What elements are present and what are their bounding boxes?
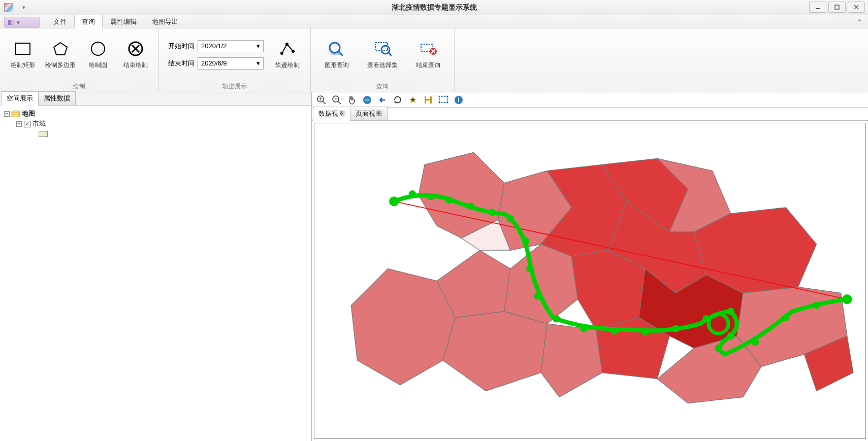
- zoom-out-button[interactable]: [331, 94, 342, 106]
- svg-point-54: [507, 215, 514, 222]
- svg-point-68: [782, 314, 789, 321]
- tab-map-export[interactable]: 地图导出: [144, 15, 186, 28]
- right-pane: + i 数据视图 页面视图: [312, 92, 868, 441]
- end-draw-label: 结束绘制: [123, 61, 148, 70]
- full-extent-button[interactable]: [362, 94, 373, 106]
- checkbox-checked-icon[interactable]: ✓: [24, 121, 30, 127]
- start-time-label: 开始时间: [168, 42, 195, 51]
- tab-data-view[interactable]: 数据视图: [313, 107, 350, 121]
- svg-point-53: [488, 209, 495, 216]
- tab-file[interactable]: 文件: [46, 15, 74, 28]
- svg-point-64: [727, 308, 734, 315]
- stop-icon: [126, 40, 145, 58]
- layers-icon: [12, 111, 20, 117]
- client-area: 空间展示 属性数据 − 地图 − ✓ 市域: [0, 92, 868, 441]
- pan-button[interactable]: [346, 94, 358, 106]
- ribbon-group-draw: 绘制矩形 绘制多边形 绘制圆 结束绘制 绘制: [0, 28, 159, 92]
- start-time-dropdown[interactable]: 2020/1/2 ▾: [198, 40, 264, 52]
- svg-point-67: [752, 338, 759, 346]
- svg-point-60: [610, 327, 618, 334]
- svg-point-52: [467, 202, 474, 210]
- tree-root-row[interactable]: − 地图: [4, 109, 307, 119]
- tree-swatch-row: [4, 129, 307, 139]
- end-query-button[interactable]: 结束查询: [406, 31, 450, 78]
- chevron-down-icon: ▾: [256, 42, 260, 50]
- magnifier-selection-icon: [373, 40, 392, 58]
- tab-page-view[interactable]: 页面视图: [350, 107, 388, 121]
- expand-icon[interactable]: −: [4, 111, 10, 117]
- tab-spatial-display[interactable]: 空间展示: [1, 91, 39, 106]
- app-icon: [4, 3, 13, 12]
- track-draw-button[interactable]: 轨迹绘制: [269, 31, 306, 78]
- prev-extent-button[interactable]: [377, 94, 388, 106]
- tab-attr-edit[interactable]: 属性编辑: [103, 15, 144, 28]
- chevron-down-icon: ▾: [17, 19, 20, 26]
- draw-polygon-label: 绘制多边形: [45, 61, 76, 70]
- svg-rect-7: [16, 43, 30, 54]
- identify-button[interactable]: i: [453, 94, 464, 106]
- svg-line-21: [389, 53, 392, 56]
- svg-point-66: [715, 345, 722, 352]
- svg-point-69: [813, 301, 820, 309]
- left-tab-strip: 空间展示 属性数据: [0, 92, 311, 106]
- svg-marker-8: [54, 43, 67, 55]
- svg-rect-1: [835, 5, 839, 9]
- graphic-query-button[interactable]: 图形查询: [315, 31, 359, 78]
- track-draw-label: 轨迹绘制: [275, 61, 300, 70]
- svg-point-49: [409, 190, 416, 197]
- tab-query[interactable]: 查询: [74, 15, 103, 28]
- draw-circle-button[interactable]: 绘制圆: [79, 31, 117, 78]
- svg-point-42: [447, 95, 448, 97]
- draw-polygon-button[interactable]: 绘制多边形: [42, 31, 79, 78]
- rectangle-icon: [14, 40, 32, 58]
- svg-point-59: [580, 325, 587, 332]
- ribbon-group-track: 开始时间 2020/1/2 ▾ 结束时间 2020/6/9 ▾ 轨迹绘制: [159, 28, 311, 92]
- qat-dropdown-icon[interactable]: ▾: [22, 4, 25, 11]
- ribbon: 绘制矩形 绘制多边形 绘制圆 结束绘制 绘制 开始时间: [0, 28, 868, 92]
- maximize-button[interactable]: [828, 2, 846, 13]
- end-time-value: 2020/6/9: [201, 59, 227, 67]
- map-canvas[interactable]: [314, 123, 866, 439]
- add-button[interactable]: +: [407, 94, 419, 106]
- svg-point-70: [842, 294, 852, 304]
- svg-point-58: [553, 315, 560, 322]
- graphic-query-label: 图形查询: [325, 61, 349, 70]
- end-draw-button[interactable]: 结束绘制: [117, 31, 154, 78]
- draw-circle-label: 绘制圆: [89, 61, 107, 70]
- tab-attribute-data[interactable]: 属性数据: [38, 91, 76, 106]
- svg-point-43: [439, 101, 440, 103]
- svg-point-57: [534, 292, 541, 299]
- select-all-button[interactable]: [438, 94, 449, 106]
- tree-layer-label: 市域: [33, 119, 46, 128]
- svg-point-50: [427, 193, 434, 200]
- map-toolbar: + i: [312, 92, 868, 108]
- svg-point-20: [381, 46, 390, 54]
- close-button[interactable]: [848, 2, 865, 13]
- view-selection-button[interactable]: 查看选择集: [359, 31, 406, 78]
- refresh-button[interactable]: [392, 94, 403, 106]
- svg-point-65: [727, 332, 734, 340]
- zoom-in-button[interactable]: [316, 94, 327, 106]
- svg-point-61: [641, 328, 649, 335]
- svg-text:+: +: [411, 96, 414, 104]
- titlebar: ▾ 湖北疫情数据专题显示系统: [0, 0, 868, 15]
- view-selection-label: 查看选择集: [367, 61, 398, 70]
- svg-point-41: [439, 95, 440, 97]
- group-label-track: 轨迹展示: [159, 81, 310, 92]
- minimize-button[interactable]: [809, 2, 826, 13]
- end-time-label: 结束时间: [168, 59, 195, 68]
- circle-icon: [89, 40, 107, 58]
- selection-close-icon: [419, 40, 437, 58]
- ribbon-collapse-icon[interactable]: ⌃: [856, 18, 863, 27]
- svg-point-9: [91, 42, 105, 55]
- tree-layer-row[interactable]: − ✓ 市域: [4, 119, 307, 129]
- draw-rect-label: 绘制矩形: [11, 61, 35, 70]
- expand-icon[interactable]: −: [16, 121, 22, 127]
- save-button[interactable]: [423, 94, 434, 106]
- end-time-dropdown[interactable]: 2020/6/9 ▾: [198, 57, 264, 70]
- window-title: 湖北疫情数据专题显示系统: [392, 3, 477, 12]
- draw-rect-button[interactable]: 绘制矩形: [4, 31, 42, 78]
- svg-text:i: i: [458, 96, 459, 104]
- svg-point-51: [445, 196, 453, 203]
- ribbon-app-button[interactable]: ▾: [4, 17, 40, 28]
